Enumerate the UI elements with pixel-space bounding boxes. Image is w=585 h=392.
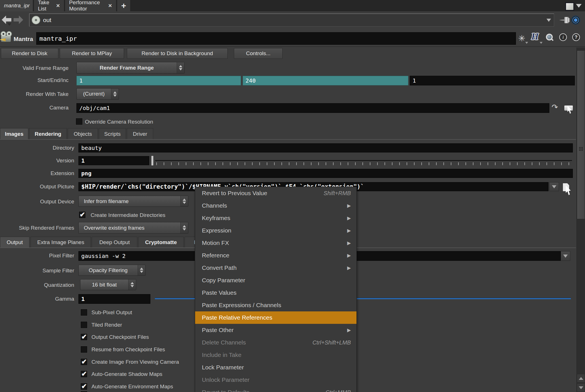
link-target-icon[interactable] [571,15,580,25]
info-icon[interactable]: i [559,33,567,41]
version-slider-groove[interactable] [155,160,572,161]
menu-item-label: Expression [202,227,347,234]
version-slider-handle[interactable] [151,156,154,166]
menu-item-channels[interactable]: Channels▶ [195,199,356,212]
subtab-output[interactable]: Output [0,237,29,248]
version-field[interactable]: 1 [78,156,149,165]
houdini-logo-chevron-icon[interactable] [540,42,543,44]
scrollbar-thumb[interactable] [577,50,585,219]
menu-item-paste-values[interactable]: Paste Values [195,287,356,299]
skip-rendered-frames-spinner[interactable] [180,222,188,233]
frame-start-field[interactable]: 1 [76,76,241,85]
pane-tab-performance-monitor[interactable]: Performance Monitor✕ [65,0,117,11]
auto-generate-shadow-maps-checkbox[interactable]: ✔ [81,371,87,377]
menu-item-label: Channels [202,202,347,209]
tiled-render-checkbox[interactable] [81,322,87,328]
menu-item-label: Paste Relative References [202,314,351,321]
valid-frame-range-menu[interactable]: Render Frame Range [76,62,185,74]
frame-end-field[interactable]: 240 [243,76,408,85]
gamma-field[interactable]: 1 [78,294,150,304]
scrollbar-down-button[interactable] [577,383,585,392]
label-sample-filter: Sample Filter [0,268,74,274]
label-render-with-take: Render With Take [0,91,69,97]
pane-tab-mantra-ipr[interactable]: mantra_ipr✕ [0,0,33,11]
output-device-menu[interactable]: Infer from filename [78,196,188,207]
menu-item-motion-fx[interactable]: Motion FX▶ [195,237,356,249]
create-intermediate-directories-checkbox[interactable]: ✔ [79,212,86,218]
override-camera-resolution-checkbox[interactable] [76,118,82,125]
gear-icon[interactable]: ✳ [518,33,525,43]
network-path-field[interactable]: out [29,14,554,27]
help-icon[interactable]: ? [572,33,580,41]
skip-rendered-frames-menu[interactable]: Overwrite existing frames [78,222,188,234]
extension-field[interactable]: png [78,169,573,178]
menu-item-paste-expressions-channels[interactable]: Paste Expressions / Channels [195,299,356,311]
tab-rendering[interactable]: Rendering [29,128,67,139]
menu-item-include-in-take: Include in Take [195,349,356,361]
scrollbar-up-button[interactable] [577,374,585,383]
output-picture-menu-button[interactable] [549,182,559,191]
menu-item-reference[interactable]: Reference▶ [195,249,356,262]
nav-forward-button[interactable] [14,16,23,24]
pane-menu-chevron-icon[interactable] [576,4,582,8]
output-checkpoint-files-checkbox[interactable]: ✔ [81,334,87,340]
pane-maximize-icon[interactable] [565,2,574,11]
menu-item-keyframes[interactable]: Keyframes▶ [195,212,356,224]
menu-item-copy-parameter[interactable]: Copy Parameter [195,274,356,287]
pixel-filter-menu-button[interactable] [561,251,570,261]
valid-frame-range-spinner[interactable] [177,62,184,73]
close-icon[interactable]: ✕ [56,3,60,9]
directory-field[interactable]: beauty [78,143,573,152]
quantization-menu[interactable]: 16 bit float [80,279,136,290]
submenu-arrow-icon: ▶ [347,228,351,234]
node-name-field[interactable]: mantra_ipr [36,32,516,45]
menu-item-lock-parameter[interactable]: Lock Parameter [195,361,356,374]
frame-inc-field[interactable]: 1 [410,76,575,85]
tab-images[interactable]: Images [0,128,28,139]
nav-back-history-chevron-icon[interactable] [7,23,11,26]
close-icon[interactable]: ✕ [108,3,112,9]
label-create-intermediate-directories: Create Intermediate Directories [91,212,165,218]
nav-back-button[interactable] [2,16,11,24]
menu-item-label: Keyframes [202,215,347,221]
label-output-device: Output Device [0,199,74,205]
render-to-mplay-button[interactable]: Render to MPlay [60,48,124,59]
sample-filter-menu[interactable]: Opacity Filtering [78,265,146,276]
tab-scripts[interactable]: Scripts [99,128,126,139]
label-auto-generate-shadow-maps: Auto-Generate Shadow Maps [91,371,162,377]
menu-item-expression[interactable]: Expression▶ [195,224,356,237]
label-version: Version [0,158,74,164]
menu-item-revert-to-previous-value[interactable]: Revert to Previous ValueShift+RMB [195,187,356,199]
render-with-take-value: (Current) [77,91,111,97]
render-to-disk-in-background-button[interactable]: Render to Disk in Background [127,48,228,59]
menu-item-convert-path[interactable]: Convert Path▶ [195,262,356,274]
camera-field[interactable]: /obj/cam1 [76,103,549,113]
tab-driver[interactable]: Driver [127,128,153,139]
path-dropdown-chevron-icon[interactable] [546,19,551,22]
menu-item-paste-relative-references[interactable]: Paste Relative References [195,311,356,324]
render-with-take-spinner[interactable] [111,89,119,99]
sub-pixel-output-checkbox[interactable] [81,309,87,316]
create-image-from-viewing-camera-checkbox[interactable]: ✔ [81,359,87,365]
quantization-spinner[interactable] [128,279,136,290]
camera-jump-icon[interactable]: ↷ [552,103,558,111]
resume-from-checkpoint-files-checkbox[interactable] [81,346,87,353]
subtab-cryptomatte[interactable]: Cryptomatte [138,237,184,248]
render-to-disk-button[interactable]: Render to Disk [1,48,58,59]
menu-item-paste-other[interactable]: Paste Other▶ [195,324,356,336]
auto-generate-environment-maps-checkbox[interactable]: ✔ [81,383,87,390]
render-with-take-menu[interactable]: (Current) [76,88,119,100]
houdini-logo-icon[interactable]: H [531,31,539,42]
subtab-extra-image-planes[interactable]: Extra Image Planes [31,237,91,248]
new-pane-tab-button[interactable]: + [117,0,131,11]
subtab-deep-output[interactable]: Deep Output [92,237,137,248]
sample-filter-spinner[interactable] [138,265,145,275]
mantra-node-icon [1,31,13,45]
search-icon[interactable] [545,33,554,42]
output-device-spinner[interactable] [180,196,188,206]
pin-icon[interactable] [559,16,569,25]
tab-objects[interactable]: Objects [68,128,98,139]
gear-chevron-icon[interactable] [525,42,528,44]
controls-button[interactable]: Controls... [234,48,283,59]
pane-tab-take-list[interactable]: Take List✕ [34,0,65,11]
